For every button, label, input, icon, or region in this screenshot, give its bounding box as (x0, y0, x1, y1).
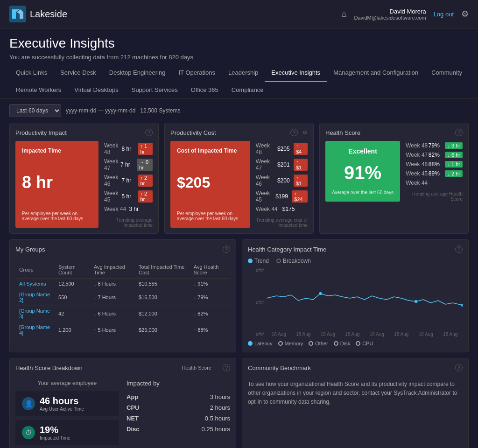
nav-community[interactable]: Community (425, 64, 469, 82)
productivity-cost-highlight: Cost of Impacted Time $205 Per employee … (170, 141, 250, 228)
community-text: To see how your organizational Health Sc… (248, 376, 463, 407)
nav-remote-workers[interactable]: Remote Workers (9, 82, 68, 98)
productivity-cost-card: Productivity Cost ? ⚙ Cost of Impacted T… (164, 123, 314, 234)
productivity-cost-footer: Trending average cost of impacted time (256, 217, 308, 228)
breakdown-radio[interactable]: Breakdown (276, 258, 311, 264)
impact-net-row: NET 0.5 hours (127, 413, 230, 424)
table-row: [Group Name 4] 1,200 ↑ 5 Hours $25,000 ↑… (15, 322, 230, 337)
nav-executive-insights[interactable]: Executive Insights (265, 64, 327, 82)
my-groups-table: Group System Count Avg Impacted Time Tot… (15, 261, 230, 337)
nav-area: Quick Links Service Desk Desktop Enginee… (0, 64, 478, 98)
col-group: Group (15, 261, 55, 279)
productivity-impact-footer: Trending average impacted time (104, 217, 153, 228)
health-breakdown-header: Health Score Breakdown Health Score ? (15, 364, 230, 371)
health-score-col-label: Health Score (182, 365, 211, 371)
productivity-impact-highlight-value: 8 hr (22, 174, 92, 191)
health-score-help[interactable]: ? (455, 129, 463, 136)
group-link[interactable]: All Systems (15, 279, 55, 289)
week-row-44-health: Week 44 (406, 178, 463, 188)
community-help[interactable]: ? (455, 364, 463, 371)
gear-icon[interactable]: ⚙ (461, 9, 469, 19)
trend-radio[interactable]: Trend (248, 258, 269, 264)
productivity-impact-help[interactable]: ? (145, 129, 153, 136)
productivity-cost-highlight-label: Cost of Impacted Time (177, 147, 244, 154)
health-category-card: Health Category Impact Time ? Trend Brea… (242, 239, 469, 352)
group-link[interactable]: [Group Name 3] (15, 306, 55, 322)
nav-service-desk[interactable]: Service Desk (54, 64, 103, 82)
week-row-45-health: Week 45 89% ↓ 2 hr (406, 169, 463, 178)
health-score-card: Health Score ? Excellent 91% Average ove… (319, 123, 469, 234)
svg-rect-0 (9, 6, 26, 22)
productivity-impact-highlight: Impacted Time 8 hr Per employee per week… (15, 141, 98, 228)
user-info: David Morera DavidM@lakesidesoftware.com (354, 8, 426, 21)
impact-cpu-row: CPU 2 hours (127, 402, 230, 413)
my-groups-card: My Groups ? Group System Count Avg Impac… (9, 239, 236, 352)
col-total-cost: Total Impacted Time Cost (135, 261, 190, 279)
impacted-by-section: Impacted by App 3 hours CPU 2 hours NET … (127, 380, 230, 448)
svg-point-8 (461, 304, 463, 307)
productivity-cost-highlight-value: $205 (177, 175, 244, 190)
table-row: [Group Name 3] 42 ↓ 6 Hours $12,000 ↓ 82… (15, 306, 230, 322)
productivity-cost-gear[interactable]: ⚙ (302, 129, 308, 136)
week-row-48-cost: Week 48 $205 ↑ $4 (256, 141, 308, 157)
nav-virtual-desktops[interactable]: Virtual Desktops (68, 82, 125, 98)
week-row-46-health: Week 46 88% ↓ 1 hr (406, 160, 463, 169)
user-area: ⌂ David Morera DavidM@lakesidesoftware.c… (342, 8, 469, 21)
group-link[interactable]: [Group Name 2] (15, 289, 55, 306)
my-groups-table-scroll[interactable]: Group System Count Avg Impacted Time Tot… (15, 258, 230, 337)
health-category-title: Health Category Impact Time (248, 246, 326, 253)
health-breakdown-title: Health Score Breakdown (15, 364, 83, 371)
productivity-cost-header: Productivity Cost ? ⚙ (170, 129, 308, 136)
legend-cpu: CPU (356, 341, 373, 346)
productivity-cost-highlight-sub: Per employee per week on average over th… (177, 211, 244, 221)
col-system-count: System Count (55, 261, 90, 279)
legend-latency: Latency (248, 341, 273, 346)
health-score-sub: Average over the last 60 days (332, 190, 394, 195)
nav-office-365[interactable]: Office 365 (184, 82, 225, 98)
productivity-impact-highlight-label: Impacted Time (22, 147, 92, 154)
impacted-by-title: Impacted by (127, 380, 230, 387)
nav-leadership[interactable]: Leadership (222, 64, 265, 82)
my-groups-title: My Groups (15, 246, 45, 253)
active-time-icon: 👤 (22, 397, 35, 410)
impacted-time-value: 19% (40, 425, 70, 435)
health-breakdown-help[interactable]: ? (223, 364, 230, 371)
community-benchmark-card: Community Benchmark ? To see how your or… (242, 358, 469, 448)
group-link[interactable]: [Group Name 4] (15, 322, 55, 337)
avg-employee-section: Your average employee 👤 46 hours Avg Use… (15, 380, 119, 448)
health-category-help[interactable]: ? (455, 245, 463, 253)
week-row-46-cost: Week 46 $200 ↑ $1 (256, 173, 308, 189)
my-groups-help[interactable]: ? (223, 245, 230, 253)
y-axis: ### ### ### (248, 268, 267, 337)
middle-row: My Groups ? Group System Count Avg Impac… (9, 239, 469, 352)
col-avg-impacted: Avg Impacted Time (90, 261, 135, 279)
productivity-cost-weeks: Week 48 $205 ↑ $4 Week 47 $201 ↑ $1 Week… (250, 141, 308, 228)
health-score-value: 91% (344, 163, 381, 182)
week-row-44-cost: Week 44 $175 (256, 204, 308, 214)
main-content: Productivity Impact ? Impacted Time 8 hr… (0, 123, 478, 448)
productivity-cost-help[interactable]: ? (290, 129, 298, 136)
nav-support-services[interactable]: Support Services (125, 82, 184, 98)
nav-quick-links[interactable]: Quick Links (9, 64, 54, 82)
week-row-46-impact: Week 46 7 hr ↑ 2 hr (104, 173, 153, 189)
page-subtitle: You are successfully collecting data fro… (9, 54, 469, 61)
impact-app-row: App 3 hours (127, 392, 230, 402)
health-score-rating: Excellent (348, 147, 377, 155)
week-row-47-impact: Week 47 7 hr → 0 hr (104, 157, 153, 173)
nav-it-operations[interactable]: IT Operations (172, 64, 222, 82)
impacted-time-icon: ⏱ (22, 426, 35, 439)
health-score-header: Health Score ? (325, 129, 463, 136)
productivity-impact-title: Productivity Impact (15, 129, 67, 136)
breakdown-inner: Your average employee 👤 46 hours Avg Use… (15, 376, 230, 448)
health-category-header: Health Category Impact Time ? (248, 245, 463, 253)
nav-management-config[interactable]: Management and Configuration (327, 64, 425, 82)
nav-desktop-engineering[interactable]: Desktop Engineering (103, 64, 172, 82)
logout-button[interactable]: Log out (434, 11, 454, 18)
health-chart-svg (267, 268, 463, 329)
community-title: Community Benchmark (248, 364, 311, 371)
home-icon[interactable]: ⌂ (342, 9, 347, 19)
period-dropdown[interactable]: Last 60 days Last 30 days Last 90 days (9, 104, 61, 117)
top-cards-row: Productivity Impact ? Impacted Time 8 hr… (9, 123, 469, 234)
week-row-45-impact: Week 45 5 hr ↑ 2 hr (104, 189, 153, 204)
nav-compliance[interactable]: Compliance (225, 82, 270, 98)
